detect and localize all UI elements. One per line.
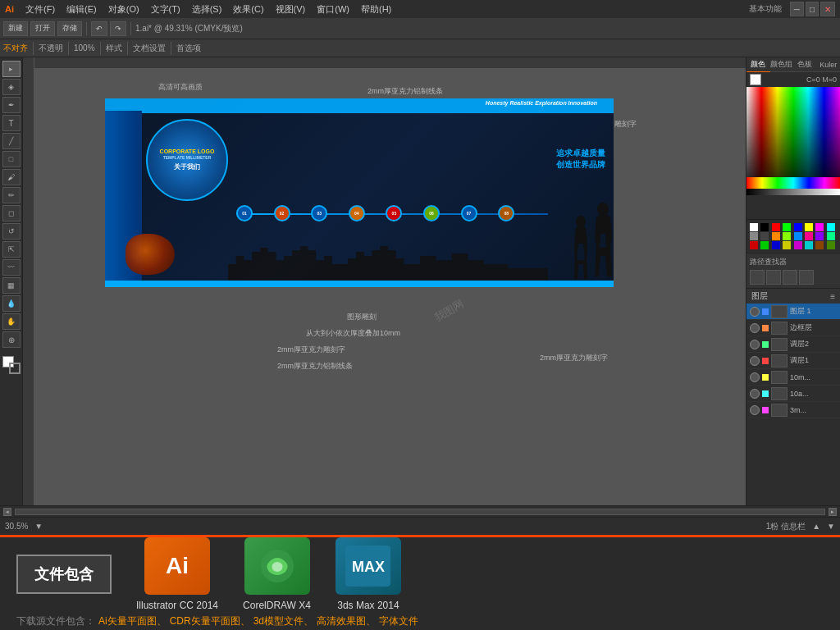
swatch-15[interactable]: [827, 232, 835, 240]
union-btn[interactable]: [750, 270, 765, 285]
swatch-22[interactable]: [815, 241, 824, 249]
save-btn[interactable]: 存储: [57, 21, 82, 36]
swatch-16[interactable]: [750, 241, 758, 249]
line-tool[interactable]: ╱: [2, 133, 21, 149]
swatch-7[interactable]: [827, 223, 835, 231]
menu-select[interactable]: 选择(S): [187, 2, 227, 17]
scroll-right-btn[interactable]: ▸: [829, 508, 837, 516]
scroll-left-btn[interactable]: ◂: [3, 508, 11, 516]
swatch-0[interactable]: [750, 223, 758, 231]
swatch-18[interactable]: [772, 241, 780, 249]
layer-row-1[interactable]: 边框层: [746, 320, 840, 336]
close-btn[interactable]: ✕: [820, 2, 835, 16]
pen-tool[interactable]: ✒: [2, 97, 21, 113]
direct-select-tool[interactable]: ◈: [2, 79, 21, 95]
swatch-9[interactable]: [760, 232, 769, 240]
swatch-3[interactable]: [783, 223, 791, 231]
bw-strip[interactable]: [746, 189, 840, 195]
tab-kuler[interactable]: Kuler: [817, 57, 841, 72]
open-btn[interactable]: 打开: [30, 21, 55, 36]
redo-btn[interactable]: ↷: [110, 21, 126, 36]
menu-view[interactable]: 视图(V): [271, 2, 311, 17]
rect-tool[interactable]: □: [2, 151, 21, 167]
swatch-5[interactable]: [805, 223, 813, 231]
swatch-4[interactable]: [794, 223, 802, 231]
layer-eye-2[interactable]: [750, 340, 760, 349]
color-strip[interactable]: [746, 177, 840, 189]
layer-row-5[interactable]: 10a...: [746, 386, 840, 402]
layer-eye-4[interactable]: [750, 372, 760, 382]
menu-object[interactable]: 对象(O): [103, 2, 144, 17]
new-btn[interactable]: 新建: [3, 21, 28, 36]
fill-color-box[interactable]: [750, 74, 761, 85]
select-tool[interactable]: ▸: [2, 61, 21, 77]
rotate-tool[interactable]: ↺: [2, 223, 21, 240]
swatch-21[interactable]: [805, 241, 813, 249]
swatch-20[interactable]: [794, 241, 802, 249]
zoom-tool[interactable]: ⊕: [2, 331, 21, 348]
swatch-23[interactable]: [827, 241, 835, 249]
menu-window[interactable]: 窗口(W): [312, 2, 354, 17]
scroll-up-btn[interactable]: ▲: [812, 522, 820, 531]
intersect-btn[interactable]: [783, 270, 797, 285]
dl-link-0[interactable]: Ai矢量平面图、: [98, 614, 167, 628]
undo-btn[interactable]: ↶: [91, 21, 107, 36]
swatch-8[interactable]: [750, 232, 758, 240]
dl-link-3[interactable]: 高清效果图、: [317, 614, 376, 628]
swatch-11[interactable]: [783, 232, 791, 240]
layer-thumb-3: [771, 354, 788, 368]
menu-file[interactable]: 文件(F): [21, 2, 60, 17]
menu-help[interactable]: 帮助(H): [356, 2, 396, 17]
layer-eye-6[interactable]: [750, 405, 760, 415]
menu-edit[interactable]: 编辑(E): [62, 2, 102, 17]
layer-eye-0[interactable]: [750, 307, 760, 317]
tab-colorgroup[interactable]: 颜色组: [770, 57, 794, 72]
doc-setup-btn[interactable]: 文档设置: [133, 43, 166, 54]
swatch-12[interactable]: [794, 232, 802, 240]
swatch-10[interactable]: [772, 232, 780, 240]
exclude-btn[interactable]: [799, 270, 814, 285]
swatch-2[interactable]: [772, 223, 780, 231]
color-gradient[interactable]: [746, 87, 840, 177]
swatch-14[interactable]: [815, 232, 824, 240]
layer-eye-3[interactable]: [750, 356, 760, 366]
warp-tool[interactable]: 〰: [2, 259, 21, 276]
swatch-19[interactable]: [783, 241, 791, 249]
menu-type[interactable]: 文字(T): [146, 2, 185, 17]
tab-swatches[interactable]: 色板: [793, 57, 817, 72]
swatch-13[interactable]: [805, 232, 813, 240]
tab-color[interactable]: 颜色: [746, 57, 770, 72]
scroll-down-btn[interactable]: ▼: [827, 522, 835, 531]
scale-tool[interactable]: ⇱: [2, 241, 21, 258]
zoom-down-btn[interactable]: ▼: [34, 522, 43, 531]
layer-row-0[interactable]: 图层 1: [746, 304, 840, 320]
type-tool[interactable]: T: [2, 115, 21, 131]
scroll-track-h[interactable]: [15, 509, 825, 515]
layer-row-2[interactable]: 调层2: [746, 336, 840, 353]
layer-eye-1[interactable]: [750, 323, 760, 333]
pencil-tool[interactable]: ✏: [2, 187, 21, 203]
dl-link-2[interactable]: 3d模型文件、: [253, 614, 313, 628]
prefs-btn[interactable]: 首选项: [176, 43, 201, 54]
brush-tool[interactable]: 🖌: [2, 169, 21, 185]
dl-link-1[interactable]: CDR矢量平面图、: [170, 614, 250, 628]
layer-row-3[interactable]: 调层1: [746, 353, 840, 369]
layer-eye-5[interactable]: [750, 389, 760, 399]
gradient-tool[interactable]: ▦: [2, 277, 21, 294]
dl-link-4[interactable]: 字体文件: [379, 614, 418, 628]
swatch-17[interactable]: [760, 241, 769, 249]
eraser-tool[interactable]: ◻: [2, 205, 21, 221]
minus-front-btn[interactable]: [766, 270, 781, 285]
canvas-area[interactable]: 我图网 我图网 我图网 叠图网 高清可高画质 30mm厚PVC雕刻造型 40mm…: [23, 57, 746, 505]
swatch-1[interactable]: [760, 223, 769, 231]
layer-row-6[interactable]: 3m...: [746, 402, 840, 418]
maximize-btn[interactable]: □: [806, 2, 819, 16]
swatch-6[interactable]: [815, 223, 824, 231]
minimize-btn[interactable]: ─: [790, 2, 804, 16]
layer-row-4[interactable]: 10m...: [746, 369, 840, 386]
layers-menu-btn[interactable]: ≡: [830, 292, 835, 301]
menu-effect[interactable]: 效果(C): [228, 2, 268, 17]
hand-tool[interactable]: ✋: [2, 313, 21, 330]
eyedropper-tool[interactable]: 💧: [2, 295, 21, 312]
fill-stroke-widget[interactable]: [2, 356, 21, 374]
